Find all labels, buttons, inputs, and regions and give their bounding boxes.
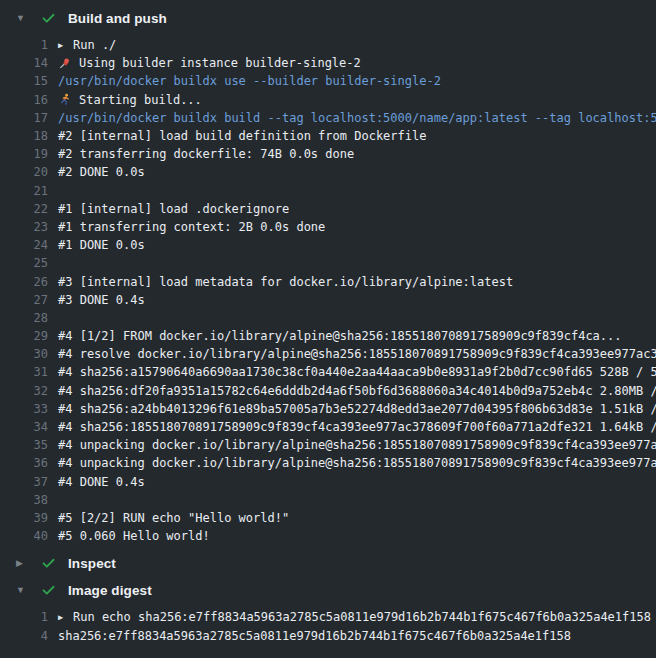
log-line: 27 #3 DONE 0.4s	[0, 291, 656, 309]
line-number[interactable]: 32	[0, 384, 48, 398]
line-content: #3 DONE 0.4s	[48, 293, 656, 307]
step-section: ▼ Image digest 1 ▶Run echo sha256:e7ff88…	[0, 577, 656, 649]
line-number[interactable]: 18	[0, 129, 48, 143]
line-text: #4 unpacking docker.io/library/alpine@sh…	[58, 456, 656, 470]
line-number[interactable]: 1	[0, 610, 48, 624]
line-number[interactable]: 30	[0, 347, 48, 361]
line-content: #3 [internal] load metadata for docker.i…	[48, 275, 656, 289]
line-content: #4 DONE 0.4s	[48, 475, 656, 489]
line-number[interactable]: 24	[0, 238, 48, 252]
line-text: /usr/bin/docker buildx build --tag local…	[58, 111, 656, 125]
line-number[interactable]: 25	[0, 256, 48, 270]
line-content: #4 unpacking docker.io/library/alpine@sh…	[48, 456, 656, 470]
step-header[interactable]: ▼ Build and push	[0, 5, 656, 32]
line-text: #2 [internal] load build definition from…	[58, 129, 426, 143]
line-number[interactable]: 38	[0, 493, 48, 507]
chevron-right-icon[interactable]: ▶	[16, 559, 28, 568]
line-number[interactable]: 21	[0, 184, 48, 198]
line-text: #1 [internal] load .dockerignore	[58, 202, 289, 216]
line-content: ▶Run ./	[48, 38, 656, 52]
step-header[interactable]: ▶ Inspect	[0, 550, 656, 577]
line-number[interactable]: 17	[0, 111, 48, 125]
log-line: 15 /usr/bin/docker buildx use --builder …	[0, 72, 656, 90]
line-content: #2 transferring dockerfile: 74B 0.0s don…	[48, 147, 656, 161]
line-number[interactable]: 31	[0, 365, 48, 379]
log-line: 30 #4 resolve docker.io/library/alpine@s…	[0, 345, 656, 363]
runner-icon	[58, 93, 72, 106]
line-text: #3 [internal] load metadata for docker.i…	[58, 275, 513, 289]
line-content: #4 sha256:a15790640a6690aa1730c38cf0a440…	[48, 365, 656, 379]
line-number[interactable]: 1	[0, 38, 48, 52]
line-number[interactable]: 40	[0, 529, 48, 543]
line-number[interactable]: 27	[0, 293, 48, 307]
log-line: 1 ▶Run ./	[0, 36, 656, 54]
line-number[interactable]: 34	[0, 420, 48, 434]
log-line: 14 Using builder instance builder-single…	[0, 54, 656, 72]
expand-play-icon[interactable]: ▶	[58, 41, 73, 50]
log-line: 39 #5 [2/2] RUN echo "Hello world!"	[0, 509, 656, 527]
log-line: 4 sha256:e7ff8834a5963a2785c5a0811e979d1…	[0, 626, 656, 644]
line-number[interactable]: 36	[0, 456, 48, 470]
log-line: 19 #2 transferring dockerfile: 74B 0.0s …	[0, 145, 656, 163]
expand-play-icon[interactable]: ▶	[58, 613, 73, 622]
line-number[interactable]: 22	[0, 202, 48, 216]
log-line: 38	[0, 491, 656, 509]
chevron-down-icon[interactable]: ▼	[16, 586, 28, 595]
log-line: 18 #2 [internal] load build definition f…	[0, 127, 656, 145]
line-content: /usr/bin/docker buildx build --tag local…	[48, 111, 656, 125]
line-content: #2 [internal] load build definition from…	[48, 129, 656, 143]
line-text: sha256:e7ff8834a5963a2785c5a0811e979d16b…	[58, 629, 571, 643]
line-content: #4 sha256:185518070891758909c9f839cf4ca3…	[48, 420, 656, 434]
line-number[interactable]: 28	[0, 311, 48, 325]
line-number[interactable]: 15	[0, 74, 48, 88]
check-icon	[40, 583, 56, 599]
step-header[interactable]: ▼ Image digest	[0, 577, 656, 604]
log-line: 23 #1 transferring context: 2B 0.0s done	[0, 218, 656, 236]
line-number[interactable]: 35	[0, 438, 48, 452]
line-text: #1 DONE 0.0s	[58, 238, 145, 252]
line-number[interactable]: 39	[0, 511, 48, 525]
step-title: Build and push	[68, 11, 167, 26]
line-text: #4 [1/2] FROM docker.io/library/alpine@s…	[58, 329, 622, 343]
line-text: #4 sha256:185518070891758909c9f839cf4ca3…	[58, 420, 656, 434]
line-content: #1 [internal] load .dockerignore	[48, 202, 656, 216]
line-number[interactable]: 19	[0, 147, 48, 161]
line-number[interactable]: 4	[0, 629, 48, 643]
log-line: 33 #4 sha256:a24bb4013296f61e89ba57005a7…	[0, 400, 656, 418]
log-line: 29 #4 [1/2] FROM docker.io/library/alpin…	[0, 327, 656, 345]
log-line: 21	[0, 182, 656, 200]
line-content: #2 DONE 0.0s	[48, 165, 656, 179]
line-number[interactable]: 33	[0, 402, 48, 416]
line-text: #5 [2/2] RUN echo "Hello world!"	[58, 511, 289, 525]
log-line: 32 #4 sha256:df20fa9351a15782c64e6dddb2d…	[0, 382, 656, 400]
line-content: #4 sha256:df20fa9351a15782c64e6dddb2d4a6…	[48, 384, 656, 398]
step-section: ▶ Inspect	[0, 550, 656, 577]
log-line: 24 #1 DONE 0.0s	[0, 236, 656, 254]
chevron-down-icon[interactable]: ▼	[16, 14, 28, 23]
line-number[interactable]: 26	[0, 275, 48, 289]
line-number[interactable]: 20	[0, 165, 48, 179]
line-text: #2 transferring dockerfile: 74B 0.0s don…	[58, 147, 354, 161]
line-text: #4 sha256:a24bb4013296f61e89ba57005a7b3e…	[58, 402, 656, 416]
line-number[interactable]: 16	[0, 93, 48, 107]
check-icon	[40, 556, 56, 572]
pushpin-icon	[58, 57, 72, 70]
line-content: #4 [1/2] FROM docker.io/library/alpine@s…	[48, 329, 656, 343]
line-content: #1 transferring context: 2B 0.0s done	[48, 220, 656, 234]
log-line: 34 #4 sha256:185518070891758909c9f839cf4…	[0, 418, 656, 436]
line-text: #4 DONE 0.4s	[58, 475, 145, 489]
line-content: #4 sha256:a24bb4013296f61e89ba57005a7b3e…	[48, 402, 656, 416]
log-line: 16 Starting build...	[0, 91, 656, 109]
line-number[interactable]: 23	[0, 220, 48, 234]
line-content: #4 resolve docker.io/library/alpine@sha2…	[48, 347, 656, 361]
step-log: 1 ▶Run echo sha256:e7ff8834a5963a2785c5a…	[0, 604, 656, 649]
line-text: #1 transferring context: 2B 0.0s done	[58, 220, 325, 234]
line-number[interactable]: 37	[0, 475, 48, 489]
line-number[interactable]: 29	[0, 329, 48, 343]
line-content: #5 0.060 Hello world!	[48, 529, 656, 543]
line-text: #4 unpacking docker.io/library/alpine@sh…	[58, 438, 656, 452]
line-text: Using builder instance builder-single-2	[79, 56, 361, 70]
line-number[interactable]: 14	[0, 56, 48, 70]
line-text: #4 sha256:df20fa9351a15782c64e6dddb2d4a6…	[58, 384, 656, 398]
log-line: 1 ▶Run echo sha256:e7ff8834a5963a2785c5a…	[0, 608, 656, 626]
